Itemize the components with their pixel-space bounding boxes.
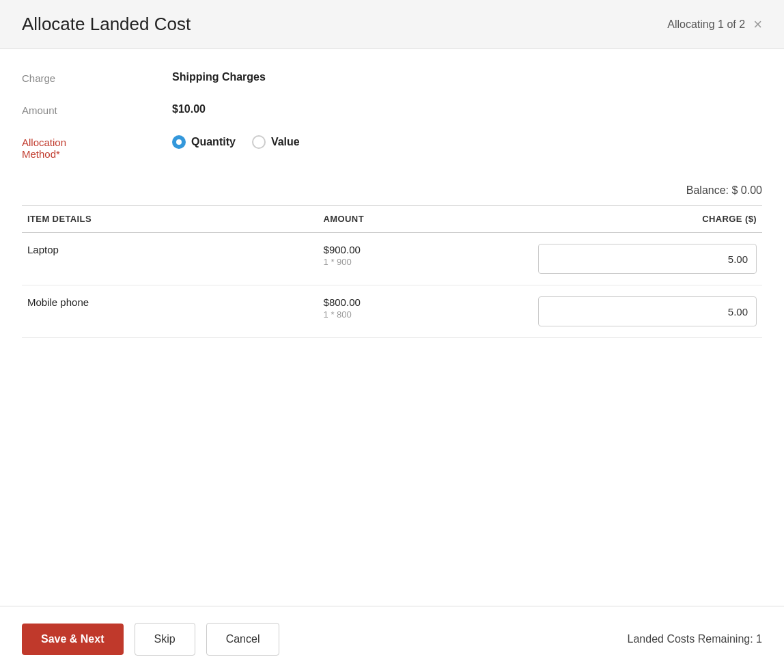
items-table: ITEM DETAILS AMOUNT CHARGE ($) Laptop $9… (22, 205, 762, 338)
modal-title: Allocate Landed Cost (22, 14, 191, 35)
allocation-method-options: Quantity Value (172, 135, 300, 149)
modal-footer: Save & Next Skip Cancel Landed Costs Rem… (0, 606, 784, 672)
radio-quantity-circle[interactable] (172, 135, 186, 149)
amount-label: Amount (22, 103, 172, 116)
charge-cell-1 (525, 285, 762, 338)
item-name-cell-0: Laptop (22, 233, 318, 285)
amount-main-1: $800.00 (324, 296, 520, 308)
radio-value-circle[interactable] (252, 135, 266, 149)
balance-label: Balance: $ 0.00 (686, 184, 762, 197)
table-row: Mobile phone $800.00 1 * 800 (22, 285, 762, 338)
charge-label: Charge (22, 71, 172, 84)
allocation-method-field-row: AllocationMethod* Quantity Value (22, 135, 762, 160)
amount-cell-0: $900.00 1 * 900 (318, 233, 526, 285)
close-button[interactable]: × (753, 17, 762, 32)
modal-status-area: Allocating 1 of 2 × (667, 17, 762, 32)
amount-sub-0: 1 * 900 (324, 257, 520, 267)
radio-value-label: Value (271, 136, 300, 148)
remaining-status: Landed Costs Remaining: 1 (628, 633, 762, 645)
radio-quantity-label: Quantity (191, 136, 236, 148)
charge-input-1[interactable] (538, 296, 757, 326)
save-next-button[interactable]: Save & Next (22, 624, 124, 655)
charge-input-0[interactable] (538, 244, 757, 274)
amount-sub-1: 1 * 800 (324, 309, 520, 320)
charge-value: Shipping Charges (172, 71, 266, 83)
table-row: Laptop $900.00 1 * 900 (22, 233, 762, 285)
charge-cell-0 (525, 233, 762, 285)
charge-field-row: Charge Shipping Charges (22, 71, 762, 84)
amount-value: $10.00 (172, 103, 206, 115)
skip-button[interactable]: Skip (135, 623, 195, 656)
allocation-method-label: AllocationMethod* (22, 135, 172, 160)
col-header-charge: CHARGE ($) (525, 206, 762, 233)
item-name-cell-1: Mobile phone (22, 285, 318, 338)
modal-body: Charge Shipping Charges Amount $10.00 Al… (0, 49, 784, 606)
radio-option-value[interactable]: Value (252, 135, 300, 149)
allocating-status: Allocating 1 of 2 (667, 18, 745, 31)
amount-cell-1: $800.00 1 * 800 (318, 285, 526, 338)
radio-option-quantity[interactable]: Quantity (172, 135, 236, 149)
balance-row: Balance: $ 0.00 (22, 179, 762, 205)
table-header-row: ITEM DETAILS AMOUNT CHARGE ($) (22, 206, 762, 233)
amount-main-0: $900.00 (324, 244, 520, 255)
cancel-button[interactable]: Cancel (206, 623, 280, 656)
modal-header: Allocate Landed Cost Allocating 1 of 2 × (0, 0, 784, 49)
amount-field-row: Amount $10.00 (22, 103, 762, 116)
col-header-amount: AMOUNT (318, 206, 526, 233)
modal-allocate-landed-cost: Allocate Landed Cost Allocating 1 of 2 ×… (0, 0, 784, 672)
col-header-item-details: ITEM DETAILS (22, 206, 318, 233)
